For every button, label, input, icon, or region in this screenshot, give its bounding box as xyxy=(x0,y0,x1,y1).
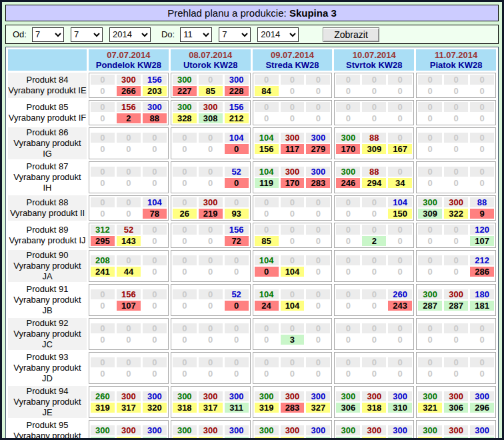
day-cell: 000000 xyxy=(171,250,251,282)
plan-value: 0 xyxy=(362,75,386,85)
production-value: 0 xyxy=(444,335,468,345)
plan-value: 0 xyxy=(418,102,442,112)
plan-value: 0 xyxy=(362,323,386,333)
production-value: 327 xyxy=(306,403,330,413)
production-value: 0 xyxy=(418,369,442,379)
product-subname: Vyrabany produkt JE xyxy=(8,397,87,418)
production-value: 181 xyxy=(470,301,494,311)
production-value: 0 xyxy=(470,113,494,123)
plan-value: 300 xyxy=(336,425,360,435)
show-button[interactable]: Zobrazit xyxy=(323,27,379,42)
plan-value: 300 xyxy=(225,75,249,85)
plan-value: 0 xyxy=(281,255,305,265)
plan-value: 300 xyxy=(143,425,167,435)
product-subname: Vyrabany produkt IF xyxy=(8,113,87,123)
to-month-select[interactable]: 7 xyxy=(219,27,251,42)
production-value: 309 xyxy=(444,437,468,440)
day-cell: 000000 xyxy=(89,352,169,384)
plan-value: 300 xyxy=(255,425,279,435)
production-value: 107 xyxy=(470,236,494,246)
plan-value: 300 xyxy=(388,425,412,435)
production-value: 308 xyxy=(199,113,223,123)
plan-value: 120 xyxy=(470,225,494,235)
plan-value: 0 xyxy=(91,133,115,143)
day-cell: 0021200286 xyxy=(416,250,496,282)
production-value: 0 xyxy=(336,369,360,379)
plan-value: 300 xyxy=(117,75,141,85)
plan-value: 0 xyxy=(306,357,330,367)
column-header-day5: 11.07.2014Piatok KW28 xyxy=(416,49,496,71)
production-value: 0 xyxy=(143,369,167,379)
production-value: 0 xyxy=(91,86,115,96)
day-cell: 300300300306318310 xyxy=(334,386,414,418)
day-cell: 300300300318317311 xyxy=(171,386,251,418)
day-cell: 1040001040 xyxy=(253,250,333,282)
to-day-select[interactable]: 11 xyxy=(180,27,212,42)
production-value: 0 xyxy=(336,86,360,96)
day-cell: 000000 xyxy=(334,100,414,125)
plan-value: 0 xyxy=(281,75,305,85)
plan-value: 0 xyxy=(336,197,360,207)
plan-value: 300 xyxy=(444,289,468,299)
from-month-select[interactable]: 7 xyxy=(71,27,103,42)
production-value: 328 xyxy=(173,113,197,123)
plan-value: 300 xyxy=(336,133,360,143)
day-cell: 000000 xyxy=(416,161,496,193)
production-value: 0 xyxy=(388,267,412,277)
plan-value: 88 xyxy=(362,167,386,177)
production-value: 0 xyxy=(199,144,223,154)
plan-value: 104 xyxy=(255,167,279,177)
from-label: Od: xyxy=(13,29,27,39)
day-cell: 300300300321320301 xyxy=(253,420,333,440)
production-value: 0 xyxy=(225,335,249,345)
column-header-day4: 10.07.2014Stvrtok KW28 xyxy=(334,49,414,71)
production-value: 0 xyxy=(117,369,141,379)
to-year-select[interactable]: 2014 xyxy=(257,27,299,42)
plan-value: 0 xyxy=(117,133,141,143)
production-value: 93 xyxy=(225,209,249,219)
plan-value: 0 xyxy=(91,197,115,207)
production-value: 0 xyxy=(281,209,305,219)
plan-value: 300 xyxy=(418,197,442,207)
product-name: Produkt 95 xyxy=(8,420,87,431)
plan-value: 0 xyxy=(388,133,412,143)
production-value: 0 xyxy=(225,144,249,154)
production-value: 266 xyxy=(117,86,141,96)
production-value: 287 xyxy=(418,301,442,311)
plan-value: 0 xyxy=(281,225,305,235)
header-date: 11.07.2014 xyxy=(416,50,496,60)
day-cell: 300300883093229 xyxy=(416,195,496,221)
production-table: 07.07.2014Pondelok KW2808.07.2014Utorok … xyxy=(5,47,499,440)
plan-value: 104 xyxy=(225,133,249,143)
production-value: 283 xyxy=(281,403,305,413)
production-value: 288 xyxy=(388,437,412,440)
production-value: 0 xyxy=(362,113,386,123)
production-value: 0 xyxy=(143,335,167,345)
day-cell: 3125202951430 xyxy=(89,223,169,248)
plan-value: 0 xyxy=(117,323,141,333)
production-value: 310 xyxy=(91,437,115,440)
production-value: 295 xyxy=(91,236,115,246)
day-cell: 300030022785228 xyxy=(171,73,251,98)
plan-value: 0 xyxy=(255,102,279,112)
production-value: 0 xyxy=(418,86,442,96)
day-cell: 300300300310339288 xyxy=(334,420,414,440)
plan-value: 0 xyxy=(444,225,468,235)
day-cell: 0008400 xyxy=(253,73,333,98)
production-value: 0 xyxy=(225,301,249,311)
plan-value: 300 xyxy=(91,425,115,435)
day-cell: 000000 xyxy=(416,73,496,98)
plan-value: 300 xyxy=(281,133,305,143)
production-value: 321 xyxy=(418,403,442,413)
production-value: 0 xyxy=(199,301,223,311)
from-year-select[interactable]: 2014 xyxy=(109,27,151,42)
from-day-select[interactable]: 7 xyxy=(32,27,64,42)
production-value: 318 xyxy=(362,403,386,413)
production-value: 0 xyxy=(336,209,360,219)
plan-value: 0 xyxy=(281,357,305,367)
production-value: 0 xyxy=(143,301,167,311)
production-value: 72 xyxy=(225,236,249,246)
plan-value: 300 xyxy=(362,425,386,435)
plan-value: 0 xyxy=(255,197,279,207)
to-label: Do: xyxy=(161,29,175,39)
